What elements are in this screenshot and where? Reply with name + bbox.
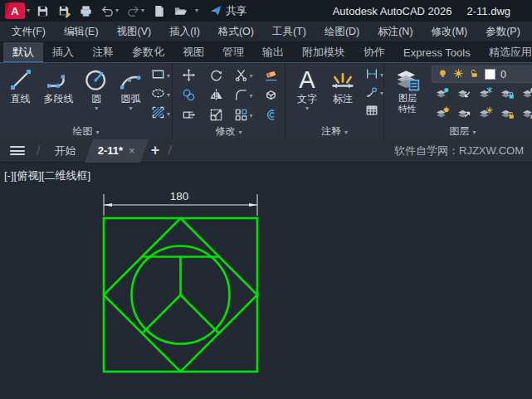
viewport-controls[interactable]: [-][俯视][二维线框] bbox=[4, 168, 90, 183]
layer-unlock-all-button[interactable] bbox=[496, 105, 518, 125]
ellipse-button[interactable]: ▾ bbox=[151, 86, 170, 104]
layer-freeze-button[interactable] bbox=[475, 85, 496, 105]
polyline-button[interactable]: 多段线 bbox=[37, 66, 80, 105]
save-button[interactable] bbox=[34, 2, 51, 20]
ribbon-tab-8[interactable]: 协作 bbox=[354, 42, 394, 62]
menu-item-0[interactable]: 文件(F) bbox=[10, 22, 47, 41]
file-tabs-menu-icon[interactable] bbox=[10, 146, 25, 155]
array-button[interactable]: ▾ bbox=[230, 106, 257, 126]
ribbon-tab-1[interactable]: 插入 bbox=[43, 42, 83, 62]
tab-document[interactable]: 2-11* × bbox=[87, 139, 146, 163]
layer-match-button[interactable] bbox=[518, 105, 532, 125]
layer-on-all-button[interactable] bbox=[432, 105, 453, 125]
panel-modify-footer[interactable]: 修改▾ bbox=[173, 124, 285, 139]
ribbon-tab-7[interactable]: 附加模块 bbox=[293, 42, 354, 62]
stretch-button[interactable] bbox=[175, 106, 203, 126]
chevron-down-icon: ▾ bbox=[95, 129, 99, 136]
table-button[interactable] bbox=[365, 104, 383, 120]
circle-button[interactable]: 圆▾ bbox=[80, 66, 114, 112]
line-icon bbox=[8, 66, 33, 93]
new-tab-button[interactable]: + bbox=[146, 142, 165, 159]
tab-separator: / bbox=[168, 143, 172, 159]
ribbon-tab-2[interactable]: 注释 bbox=[83, 42, 123, 62]
ribbon-tab-0[interactable]: 默认 bbox=[3, 42, 43, 62]
menu-item-8[interactable]: 修改(M) bbox=[430, 22, 470, 41]
menu-item-3[interactable]: 插入(I) bbox=[168, 22, 202, 41]
panel-draw-footer[interactable]: 绘图▾ bbox=[0, 124, 172, 139]
text-button[interactable]: A 文字 ▾ bbox=[290, 66, 324, 112]
ribbon-tab-3[interactable]: 参数化 bbox=[123, 42, 173, 62]
rotate-button[interactable] bbox=[203, 66, 230, 86]
panel-annotate-footer[interactable]: 注释▾ bbox=[286, 124, 383, 139]
ribbon-tab-6[interactable]: 输出 bbox=[253, 42, 293, 62]
line-label: 直线 bbox=[11, 93, 31, 105]
menu-item-1[interactable]: 编辑(E) bbox=[62, 22, 100, 41]
open-file-button[interactable] bbox=[172, 2, 189, 20]
dimension-button[interactable]: 标注 bbox=[324, 66, 362, 105]
open-file-icon bbox=[173, 4, 188, 18]
scale-button[interactable] bbox=[203, 106, 230, 126]
layer-lock-button[interactable] bbox=[496, 85, 518, 105]
hatch-button[interactable]: ▾ bbox=[151, 105, 170, 123]
ribbon-tab-5[interactable]: 管理 bbox=[213, 42, 253, 62]
chevron-down-icon: ▾ bbox=[167, 92, 170, 99]
ribbon-tab-10[interactable]: 精选应用 bbox=[480, 42, 532, 62]
app-menu-button[interactable]: A ▾ bbox=[5, 2, 30, 19]
chevron-down-icon: ▾ bbox=[195, 7, 198, 14]
menu-item-4[interactable]: 格式(O) bbox=[217, 22, 256, 41]
left-spoke-line[interactable] bbox=[142, 295, 180, 333]
undo-button[interactable]: ▾ bbox=[99, 2, 120, 20]
redo-button[interactable]: ▾ bbox=[124, 2, 146, 20]
watermark-site-label: 软件自学网：RJZXW.COM bbox=[394, 144, 524, 158]
plot-button[interactable] bbox=[77, 2, 95, 20]
offset-button[interactable] bbox=[257, 106, 285, 126]
layer-dropdown[interactable]: 0 bbox=[432, 66, 532, 83]
menu-item-7[interactable]: 标注(N) bbox=[376, 22, 414, 41]
menu-item-5[interactable]: 工具(T) bbox=[271, 22, 308, 41]
close-icon[interactable]: × bbox=[129, 144, 135, 157]
layer-on-icon[interactable] bbox=[437, 67, 448, 82]
menu-item-2[interactable]: 视图(V) bbox=[115, 22, 154, 41]
layer-unlock-icon[interactable] bbox=[469, 67, 480, 82]
redo-icon bbox=[126, 4, 140, 18]
explode-button[interactable] bbox=[257, 86, 285, 106]
drawing-area[interactable]: [-][俯视][二维线框] 180 bbox=[0, 163, 532, 399]
dimension-linear-button[interactable]: ▾ bbox=[365, 67, 383, 84]
arc-button[interactable]: 圆弧▾ bbox=[114, 66, 148, 112]
share-button[interactable]: 共享 bbox=[209, 4, 246, 18]
trim-button[interactable]: ▾ bbox=[230, 66, 257, 86]
mirror-button[interactable] bbox=[203, 86, 230, 106]
erase-button[interactable] bbox=[257, 66, 285, 86]
ribbon: 直线多段线圆▾圆弧▾▾▾▾ 绘图▾ ▾▾▾ 修改▾ A 文字 ▾ 标注 bbox=[0, 62, 532, 139]
copy-button[interactable] bbox=[175, 86, 203, 106]
chevron-down-icon: ▾ bbox=[95, 105, 98, 112]
dimension-180[interactable]: 180 bbox=[103, 190, 258, 219]
text-icon: A bbox=[299, 66, 315, 93]
panel-layers-footer[interactable]: 图层▾ bbox=[384, 124, 532, 139]
right-spoke-line[interactable] bbox=[181, 295, 219, 333]
layer-properties-button[interactable]: 图层 特性 bbox=[388, 66, 427, 114]
tab-start[interactable]: 开始 bbox=[44, 139, 87, 163]
line-button[interactable]: 直线 bbox=[3, 66, 37, 105]
move-button[interactable] bbox=[175, 66, 203, 86]
arc-label: 圆弧 bbox=[120, 93, 140, 105]
layer-isolate-button[interactable] bbox=[453, 85, 475, 105]
qat-customize-button[interactable]: ▾ bbox=[193, 6, 200, 16]
layer-off-button[interactable] bbox=[432, 85, 453, 105]
menu-item-6[interactable]: 绘图(D) bbox=[323, 22, 361, 41]
layer-on-all-icon bbox=[435, 106, 450, 124]
menu-item-9[interactable]: 参数(P) bbox=[484, 22, 522, 41]
ribbon-tab-9[interactable]: Express Tools bbox=[394, 42, 480, 62]
layer-unisolate-button[interactable] bbox=[453, 105, 475, 125]
leader-button[interactable]: ▾ bbox=[365, 85, 383, 102]
rectangle-button[interactable]: ▾ bbox=[151, 67, 170, 85]
fillet-button[interactable]: ▾ bbox=[230, 86, 257, 106]
save-as-button[interactable] bbox=[56, 2, 73, 20]
new-file-button[interactable] bbox=[150, 2, 168, 20]
layer-make-current-button[interactable] bbox=[518, 85, 532, 105]
layer-thaw-all-button[interactable] bbox=[475, 105, 496, 125]
chevron-down-icon: ▾ bbox=[249, 93, 252, 100]
ribbon-tab-4[interactable]: 视图 bbox=[173, 42, 213, 62]
panel-draw-label: 绘图 bbox=[72, 125, 92, 137]
layer-thaw-icon[interactable] bbox=[453, 67, 464, 82]
